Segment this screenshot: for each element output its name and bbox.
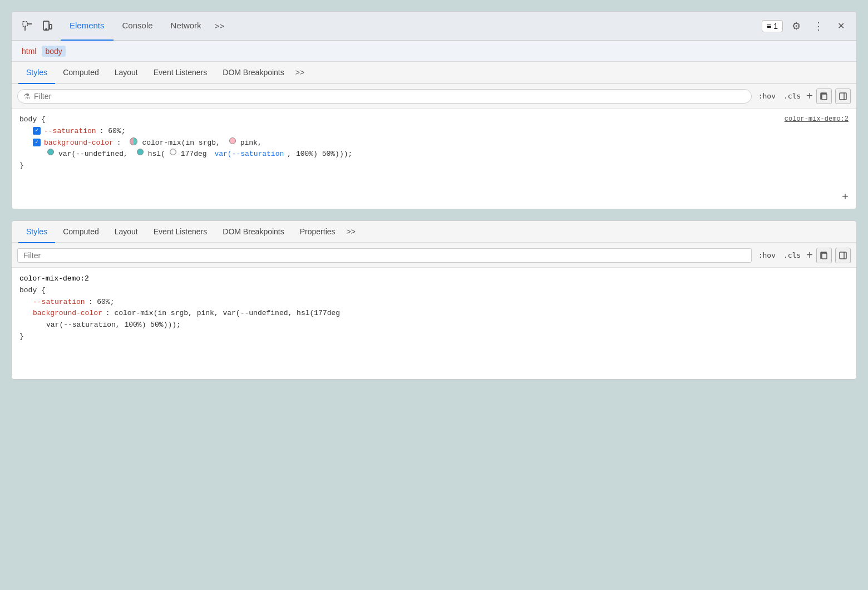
bottom-subtab-more[interactable]: >>	[343, 225, 359, 238]
add-style-button[interactable]: +	[806, 90, 813, 102]
hsl-circle[interactable]	[170, 149, 176, 155]
bg-color-prop-name: background-color	[44, 137, 114, 149]
svg-rect-0	[23, 22, 27, 26]
bottom-closing-brace-line: }	[19, 331, 849, 343]
close-icon: ✕	[837, 21, 845, 31]
bottom-subtabs: Styles Computed Layout Event Listeners D…	[12, 221, 856, 243]
bottom-saturation-prop-name: --saturation	[33, 297, 85, 308]
cls-button[interactable]: .cls	[781, 91, 803, 101]
bottom-bg-color-val2: var(--saturation, 100%) 50%)));	[46, 319, 181, 331]
hsl-fn: hsl(	[148, 149, 165, 160]
more-button[interactable]: ⋮	[810, 17, 827, 35]
bg-color-colon: :	[117, 137, 126, 149]
filter-input[interactable]	[34, 92, 746, 101]
bottom-filter-actions: :hov .cls +	[756, 248, 851, 263]
bottom-subtab-styles[interactable]: Styles	[18, 221, 55, 243]
bg-color-line: background-color : color-mix(in srgb, pi…	[19, 137, 849, 149]
bottom-add-style-button[interactable]: +	[806, 249, 813, 262]
subtab-layout[interactable]: Layout	[107, 62, 146, 84]
filter-input-wrap: ⚗	[17, 89, 752, 104]
bottom-file-link[interactable]: color-mix-demo:2	[19, 274, 89, 283]
bottom-subtab-layout[interactable]: Layout	[107, 221, 146, 243]
bg-color-mix-fn: color-mix(in srgb,	[142, 137, 224, 149]
breadcrumb: html body	[12, 41, 856, 62]
svg-rect-6	[822, 94, 827, 100]
gear-icon: ⚙	[792, 20, 801, 32]
svg-rect-7	[840, 93, 846, 100]
tab-elements[interactable]: Elements	[61, 12, 114, 41]
svg-rect-9	[822, 253, 827, 259]
bottom-subtab-properties[interactable]: Properties	[292, 221, 343, 243]
bottom-bg-color-prop: background-color	[33, 308, 102, 319]
bottom-closing-brace: }	[19, 331, 24, 343]
add-rule-button[interactable]: +	[842, 192, 849, 203]
hsl-end: , 100%) 50%)));	[287, 149, 352, 160]
bottom-toggle-sidebar-button[interactable]	[835, 248, 851, 263]
bottom-selector-line: body {	[19, 285, 849, 297]
teal-swatch-2[interactable]	[137, 149, 144, 155]
subtab-more[interactable]: >>	[292, 66, 308, 79]
filter-actions: :hov .cls +	[756, 88, 851, 104]
svg-rect-4	[50, 24, 52, 29]
breadcrumb-html[interactable]: html	[18, 46, 40, 57]
subtab-event-listeners[interactable]: Event Listeners	[146, 62, 215, 84]
style-copy-button[interactable]	[816, 88, 832, 104]
svg-rect-10	[840, 252, 846, 259]
subtab-styles[interactable]: Styles	[18, 62, 55, 84]
bottom-subtab-dom-breakpoints[interactable]: DOM Breakpoints	[215, 221, 292, 243]
bottom-style-copy-button[interactable]	[816, 248, 832, 263]
pink-swatch[interactable]	[229, 137, 236, 144]
closing-brace-line: }	[19, 160, 849, 172]
subtab-computed[interactable]: Computed	[55, 62, 107, 84]
bottom-styles-code-area: color-mix-demo:2 body { --saturation : 6…	[12, 268, 856, 379]
bottom-bg-color-line1: background-color : color-mix(in srgb, pi…	[19, 308, 849, 319]
styles-code-area: color-mix-demo:2 body { --saturation : 6…	[12, 109, 856, 209]
toolbar-right: ≡ 1 ⚙ ⋮ ✕	[762, 17, 850, 35]
badge-count: 1	[773, 22, 778, 31]
bottom-subtab-computed[interactable]: Computed	[55, 221, 107, 243]
tab-network[interactable]: Network	[162, 12, 210, 41]
selector-line: body {	[19, 114, 849, 126]
teal-swatch-1[interactable]	[47, 149, 54, 155]
devtools-bottom-panel: Styles Computed Layout Event Listeners D…	[11, 220, 857, 380]
var-undefined: var(--undefined,	[58, 149, 132, 160]
tab-console[interactable]: Console	[114, 12, 162, 41]
cursor-icon[interactable]	[18, 17, 36, 35]
bottom-filter-input-wrap	[17, 248, 752, 263]
bottom-hov-button[interactable]: :hov	[756, 250, 778, 260]
closing-brace: }	[19, 160, 24, 172]
top-subtabs: Styles Computed Layout Event Listeners D…	[12, 62, 856, 84]
message-icon: ≡	[767, 22, 771, 31]
more-dots-icon: ⋮	[813, 20, 823, 32]
bg-color-checkbox[interactable]	[33, 139, 41, 146]
settings-button[interactable]: ⚙	[787, 17, 805, 35]
bottom-filter-input[interactable]	[23, 251, 746, 260]
filter-bar: ⚗ :hov .cls +	[12, 84, 856, 109]
hov-button[interactable]: :hov	[756, 91, 778, 101]
bottom-saturation-line: --saturation : 60%;	[19, 297, 849, 308]
svg-point-5	[46, 28, 47, 30]
bottom-subtab-event-listeners[interactable]: Event Listeners	[146, 221, 215, 243]
bottom-filter-bar: :hov .cls +	[12, 243, 856, 268]
bottom-cls-button[interactable]: .cls	[781, 250, 803, 260]
color-mix-swatch[interactable]	[130, 137, 137, 145]
saturation-line: --saturation : 60%;	[19, 126, 849, 137]
toolbar: Elements Console Network >> ≡ 1 ⚙ ⋮ ✕	[12, 12, 856, 41]
bottom-bg-color-line2: var(--saturation, 100%) 50%)));	[19, 319, 849, 331]
close-button[interactable]: ✕	[832, 17, 850, 35]
bottom-selector-text: body {	[19, 285, 46, 297]
bottom-saturation-prop-value: : 60%;	[88, 297, 115, 308]
file-link[interactable]: color-mix-demo:2	[785, 114, 849, 125]
toggle-sidebar-button[interactable]	[835, 88, 851, 104]
subtab-dom-breakpoints[interactable]: DOM Breakpoints	[215, 62, 292, 84]
message-badge[interactable]: ≡ 1	[762, 20, 783, 32]
tab-more[interactable]: >>	[210, 17, 229, 35]
saturation-link[interactable]: var(--saturation	[214, 149, 284, 160]
selector-text: body {	[19, 114, 46, 126]
devtools-top-panel: Elements Console Network >> ≡ 1 ⚙ ⋮ ✕ ht…	[11, 11, 857, 209]
device-icon[interactable]	[38, 17, 56, 35]
breadcrumb-body[interactable]: body	[42, 46, 65, 57]
filter-icon: ⚗	[23, 92, 31, 101]
saturation-checkbox[interactable]	[33, 127, 41, 135]
toolbar-tabs: Elements Console Network >>	[61, 12, 229, 41]
